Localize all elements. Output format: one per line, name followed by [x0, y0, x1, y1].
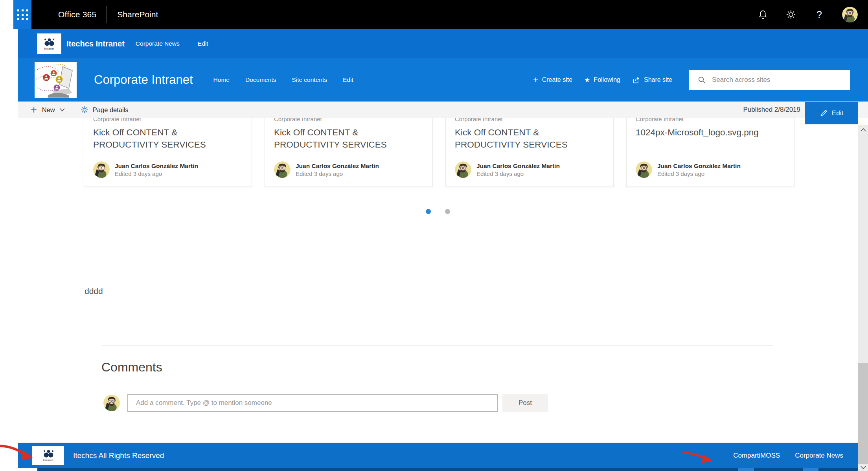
nav-site-contents[interactable]: Site contents: [292, 76, 327, 83]
pencil-icon: [820, 109, 828, 117]
search-input[interactable]: [711, 76, 850, 84]
author-avatar: [455, 161, 471, 178]
news-card[interactable]: Corporate Intranet Kick Off CONTENT & PR…: [445, 118, 614, 187]
star-icon: ★: [584, 76, 590, 84]
post-comment-button[interactable]: Post: [502, 394, 548, 412]
following-button[interactable]: ★ Following: [584, 76, 620, 84]
footer-copyright: Itechcs All Rights Reserved: [73, 451, 164, 460]
plus-icon: +: [533, 75, 539, 85]
new-button[interactable]: + New: [31, 105, 65, 115]
scroll-down-button[interactable]: [858, 465, 868, 469]
share-site-button[interactable]: Share site: [632, 76, 672, 84]
comment-input[interactable]: [127, 394, 498, 412]
page-details-button[interactable]: Page details: [80, 105, 129, 114]
author-name: Juan Carlos González Martín: [657, 163, 741, 170]
edited-timestamp: Edited 3 days ago: [476, 170, 560, 177]
published-status: Published 2/8/2019: [743, 106, 800, 114]
footer-logo-caption: Intranet: [43, 458, 53, 462]
author-name: Juan Carlos González Martín: [115, 163, 198, 170]
intranet-logo-icon: [43, 37, 55, 46]
chevron-down-icon: [59, 108, 65, 112]
waffle-icon: [17, 9, 28, 20]
hub-site-title[interactable]: Itechcs Intranet: [66, 39, 125, 48]
carousel-dots: [426, 209, 450, 214]
office365-brand[interactable]: Office 365: [58, 10, 96, 19]
site-header: Corporate Intranet Home Documents Site c…: [18, 58, 868, 102]
card-category: Corporate Intranet: [93, 118, 243, 123]
hub-nav-bar: Intranet Itechcs Intranet Corporate News…: [18, 29, 868, 58]
news-card[interactable]: Corporate Intranet 1024px-Microsoft_logo…: [626, 118, 794, 187]
footer-link-compartimoss[interactable]: CompartiMOSS: [733, 452, 780, 460]
chevron-up-icon: [860, 128, 866, 132]
card-title: Kick Off CONTENT & PRODUCTIVITY SERVICES: [274, 127, 423, 151]
card-category: Corporate Intranet: [636, 118, 785, 123]
footer-strip-segment: [37, 468, 738, 471]
news-card[interactable]: Corporate Intranet Kick Off CONTENT & PR…: [265, 118, 433, 187]
search-box: [689, 70, 850, 90]
page-command-bar: + New Page details Published 2/8/2019 Ed…: [18, 102, 868, 118]
carousel-dot-active[interactable]: [426, 209, 431, 214]
plus-icon: +: [31, 105, 37, 115]
news-cards: Corporate Intranet Kick Off CONTENT & PR…: [84, 118, 794, 187]
site-footer: Intranet Itechcs All Rights Reserved Com…: [18, 443, 858, 468]
footer-strip-segment: [818, 468, 858, 471]
suite-divider: [107, 6, 107, 23]
scrollbar-thumb[interactable]: [858, 363, 868, 464]
create-site-button[interactable]: + Create site: [533, 75, 572, 85]
comment-compose-row: Post: [103, 394, 548, 412]
office365-suite-bar: Office 365 SharePoint ?: [13, 0, 868, 29]
sharepoint-app-name[interactable]: SharePoint: [117, 10, 158, 19]
edited-timestamp: Edited 3 days ago: [296, 170, 379, 177]
card-title: Kick Off CONTENT & PRODUCTIVITY SERVICES: [93, 127, 243, 151]
sharepoint-page: Office 365 SharePoint ? Intranet Itechcs…: [0, 0, 868, 471]
search-icon: [697, 76, 706, 85]
site-title[interactable]: Corporate Intranet: [94, 73, 193, 87]
edit-page-button[interactable]: Edit: [805, 102, 858, 124]
card-title: 1024px-Microsoft_logo.svg.png: [636, 127, 785, 139]
comments-heading: Comments: [101, 360, 162, 375]
card-category: Corporate Intranet: [274, 118, 423, 123]
commenter-avatar: [103, 395, 120, 411]
page-body-text: dddd: [85, 286, 103, 296]
hub-link-edit[interactable]: Edit: [198, 40, 208, 47]
hub-link-corporate-news[interactable]: Corporate News: [136, 40, 180, 47]
help-icon[interactable]: ?: [814, 9, 825, 20]
edited-timestamp: Edited 3 days ago: [115, 170, 198, 177]
nav-home[interactable]: Home: [213, 76, 230, 83]
app-launcher-button[interactable]: [13, 0, 31, 29]
intranet-logo-icon: [42, 449, 55, 458]
edited-timestamp: Edited 3 days ago: [657, 170, 741, 177]
hub-logo-caption: Intranet: [44, 47, 54, 50]
footer-strip-segment: [754, 468, 803, 471]
share-icon: [632, 76, 640, 84]
card-category: Corporate Intranet: [455, 118, 604, 123]
site-nav: Home Documents Site contents Edit: [213, 76, 353, 83]
footer-link-corporate-news[interactable]: Corporate News: [795, 452, 843, 460]
author-avatar: [93, 161, 110, 178]
author-name: Juan Carlos González Martín: [296, 163, 379, 170]
notifications-bell-icon[interactable]: [757, 9, 768, 20]
nav-edit[interactable]: Edit: [343, 76, 353, 83]
card-title: Kick Off CONTENT & PRODUCTIVITY SERVICES: [455, 127, 604, 151]
comments-divider: [102, 345, 773, 346]
footer-logo[interactable]: Intranet: [32, 446, 64, 465]
author-avatar: [636, 161, 652, 178]
carousel-dot-inactive[interactable]: [445, 209, 450, 214]
news-card[interactable]: Corporate Intranet Kick Off CONTENT & PR…: [84, 118, 252, 187]
settings-gear-icon[interactable]: [785, 9, 796, 20]
user-avatar[interactable]: [842, 7, 858, 22]
site-logo-image[interactable]: [35, 62, 77, 98]
gear-icon: [80, 105, 89, 114]
scroll-up-button[interactable]: [858, 128, 868, 132]
hub-logo[interactable]: Intranet: [37, 33, 61, 54]
nav-documents[interactable]: Documents: [245, 76, 276, 83]
author-avatar: [274, 161, 291, 178]
vertical-scrollbar[interactable]: [858, 125, 868, 471]
chevron-down-icon: [860, 465, 866, 469]
author-name: Juan Carlos González Martín: [476, 163, 560, 170]
